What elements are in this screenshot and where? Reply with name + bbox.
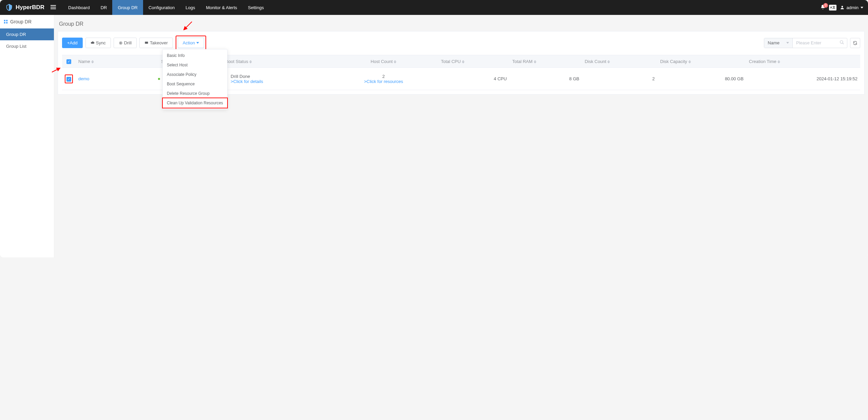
col-boot-status[interactable]: Boot Status	[223, 55, 329, 68]
col-total-cpu[interactable]: Total CPU	[438, 55, 509, 68]
svg-rect-4	[6, 22, 7, 23]
sidebar-header: Group DR	[0, 15, 54, 28]
nav-configuration[interactable]: Configuration	[143, 0, 180, 15]
select-all-checkbox[interactable]	[66, 59, 71, 64]
menu-clean-up-validation[interactable]: Clean Up Validation Resources	[162, 98, 228, 108]
row-name-link[interactable]: demo	[78, 76, 90, 81]
nav-settings[interactable]: Settings	[242, 0, 269, 15]
user-name: admin	[847, 5, 859, 10]
nav-dashboard[interactable]: Dashboard	[63, 0, 95, 15]
cloud-icon	[91, 41, 95, 45]
col-total-ram[interactable]: Total RAM	[510, 55, 582, 68]
takeover-button[interactable]: Takeover	[139, 38, 173, 48]
grid-icon	[3, 19, 8, 24]
menu-delete-group[interactable]: Delete Resource Group	[163, 89, 227, 98]
svg-rect-1	[4, 20, 5, 21]
creation-time-text: 2024-01-12 15:19:52	[746, 68, 860, 90]
menu-associate-policy[interactable]: Associate Policy	[163, 70, 227, 79]
search-group: Name	[764, 38, 847, 48]
row-checkbox[interactable]	[66, 77, 71, 82]
target-icon	[119, 41, 123, 45]
sidebar: Group DR Group DR Group List	[0, 15, 54, 257]
svg-point-6	[120, 42, 121, 43]
refresh-button[interactable]	[850, 38, 860, 48]
col-checkbox	[62, 55, 76, 68]
action-dropdown: Basic Info Select Host Associate Policy …	[162, 49, 228, 109]
chevron-down-icon	[861, 7, 863, 8]
user-icon	[840, 5, 845, 10]
sync-button[interactable]: Sync	[85, 38, 111, 48]
user-menu[interactable]: admin	[840, 5, 863, 10]
col-disk-capacity[interactable]: Disk Capacity	[657, 55, 746, 68]
col-creation-time[interactable]: Creation Time	[746, 55, 860, 68]
col-host-count[interactable]: Host Count	[329, 55, 438, 68]
sidebar-item-group-dr[interactable]: Group DR	[0, 28, 54, 40]
boot-status-text: Drill Done	[231, 74, 250, 79]
menu-basic-info[interactable]: Basic Info	[163, 51, 227, 60]
svg-rect-2	[6, 20, 7, 21]
refresh-icon	[853, 41, 857, 45]
host-resources-link[interactable]: >Click for resources	[364, 79, 403, 84]
col-name[interactable]: Name	[76, 55, 127, 68]
annotation-highlight: Action	[176, 36, 206, 50]
chevron-down-icon	[786, 42, 789, 44]
lang-switch[interactable]: A文	[829, 5, 836, 10]
search-field-select[interactable]: Name	[764, 38, 793, 48]
svg-point-8	[840, 41, 843, 43]
shield-icon	[5, 4, 13, 11]
svg-rect-7	[145, 42, 148, 44]
chevron-down-icon	[196, 42, 199, 44]
add-button[interactable]: +Add	[62, 38, 83, 48]
action-button[interactable]: Action	[178, 38, 204, 48]
hamburger-icon[interactable]	[51, 5, 56, 10]
alerts-badge: 0	[823, 3, 828, 8]
sidebar-item-group-list[interactable]: Group List	[0, 40, 54, 52]
brand-text: HyperBDR	[16, 4, 44, 11]
svg-rect-3	[4, 22, 5, 23]
menu-boot-sequence[interactable]: Boot Sequence	[163, 79, 227, 89]
disk-capacity-text: 80.00 GB	[657, 68, 746, 90]
nav-logs[interactable]: Logs	[180, 0, 200, 15]
drill-button[interactable]: Drill	[114, 38, 137, 48]
host-count-text: 2	[382, 74, 384, 79]
menu-select-host[interactable]: Select Host	[163, 60, 227, 70]
page-title: Group DR	[59, 21, 865, 27]
monitor-icon	[144, 41, 149, 45]
svg-point-0	[841, 6, 843, 7]
col-disk-count[interactable]: Disk Count	[582, 55, 657, 68]
top-nav: HyperBDR Dashboard DR Group DR Configura…	[0, 0, 868, 15]
total-ram-text: 8 GB	[510, 68, 582, 90]
main: Group DR +Add Sync Drill Takeover	[54, 15, 868, 257]
toolbar: +Add Sync Drill Takeover	[62, 36, 860, 50]
logo: HyperBDR	[5, 4, 44, 11]
content-card: +Add Sync Drill Takeover	[58, 31, 865, 94]
alerts-button[interactable]: 0	[820, 4, 826, 11]
total-cpu-text: 4 CPU	[438, 68, 509, 90]
nav-group-dr[interactable]: Group DR	[112, 0, 143, 15]
annotation-highlight	[65, 75, 73, 83]
nav-dr[interactable]: DR	[95, 0, 113, 15]
search-icon[interactable]	[837, 40, 847, 46]
search-input[interactable]	[793, 38, 837, 48]
nav-monitor-alerts[interactable]: Monitor & Alerts	[200, 0, 242, 15]
nav-tabs: Dashboard DR Group DR Configuration Logs…	[63, 0, 269, 15]
status-dot-icon	[158, 78, 160, 80]
boot-details-link[interactable]: >Click for details	[231, 79, 263, 84]
disk-count-text: 2	[582, 68, 657, 90]
